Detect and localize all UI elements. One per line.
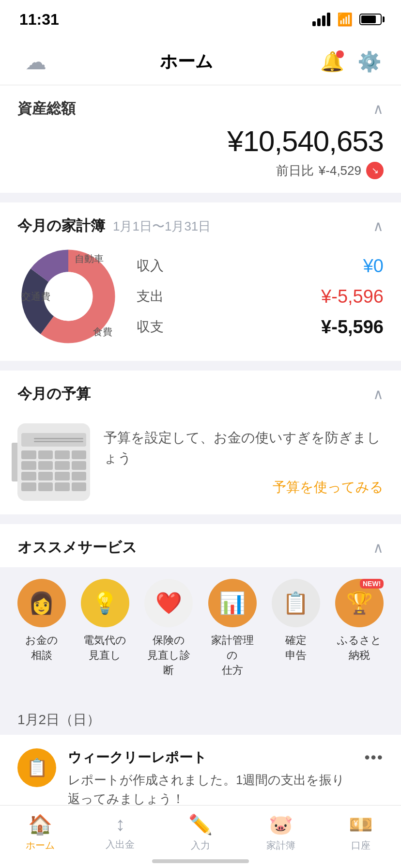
signal-icon xyxy=(312,13,330,26)
assets-change-amount: ¥-4,529 xyxy=(319,163,361,178)
change-down-icon: ↘ xyxy=(366,162,384,179)
battery-icon xyxy=(359,14,382,25)
page-title: ホーム xyxy=(160,50,213,74)
monthly-budget-header: 今月の予算 ∧ xyxy=(0,371,401,414)
nav-right-actions: 🔔 ⚙️ xyxy=(321,50,382,74)
budget-title-group: 今月の家計簿 1月1日〜1月31日 xyxy=(17,216,211,236)
assets-header: 資産総額 ∧ xyxy=(0,85,401,124)
service-icon-tax: 📋 xyxy=(272,579,320,627)
sync-button[interactable]: ☁ xyxy=(19,46,52,78)
expense-label: 支出 xyxy=(137,287,164,306)
household-budget-section: 今月の家計簿 1月1日〜1月31日 ∧ 食費 自動車 交通費 xyxy=(0,202,401,361)
balance-label: 収支 xyxy=(137,318,164,336)
nav-item-transactions[interactable]: ↕️ 入出金 xyxy=(80,813,161,851)
home-indicator xyxy=(152,859,249,863)
nav-bar: ☁ ホーム 🔔 ⚙️ xyxy=(0,39,401,85)
report-icon: 📋 xyxy=(17,748,56,787)
nav-kakeibo-label: 家計簿 xyxy=(266,839,295,852)
settings-button[interactable]: ⚙️ xyxy=(357,50,382,73)
service-label-household: 家計管理の仕方 xyxy=(206,633,259,678)
expense-amount: ¥-5,596 xyxy=(321,286,384,307)
services-collapse-icon[interactable]: ∧ xyxy=(373,539,384,556)
nav-item-account[interactable]: 💴 口座 xyxy=(321,813,401,852)
service-label-electric: 電気代の見直し xyxy=(83,633,126,663)
nav-transactions-label: 入出金 xyxy=(106,838,135,851)
assets-title: 資産総額 xyxy=(17,99,76,119)
input-icon: ✏️ xyxy=(188,813,213,836)
monthly-budget-section: 今月の予算 ∧ 予算を設定して、お金の使いすぎを防ぎましょう 予算を使ってみる xyxy=(0,371,401,514)
income-label: 収入 xyxy=(137,257,164,275)
income-row: 収入 ¥0 xyxy=(137,256,384,277)
chart-label-food: 食費 xyxy=(93,326,112,339)
budget-link[interactable]: 予算を使ってみる xyxy=(104,478,384,496)
financial-rows: 収入 ¥0 支出 ¥-5,596 収支 ¥-5,596 xyxy=(137,256,384,338)
budget-text-area: 予算を設定して、お金の使いすぎを防ぎましょう 予算を使ってみる xyxy=(104,428,384,496)
service-item-electric[interactable]: 💡 電気代の見直し xyxy=(78,579,132,678)
services-title: オススメサービス xyxy=(17,538,137,558)
status-time: 11:31 xyxy=(19,11,59,29)
svg-point-3 xyxy=(44,272,93,321)
nav-item-kakeibo[interactable]: 🐷 家計簿 xyxy=(241,813,321,852)
notification-badge xyxy=(336,50,344,58)
service-label-furusato: ふるさと納税 xyxy=(337,633,382,663)
budget-description: 予算を設定して、お金の使いすぎを防ぎましょう xyxy=(104,428,384,468)
new-badge: NEW! xyxy=(360,579,384,589)
nav-item-home[interactable]: 🏠 ホーム xyxy=(0,813,80,852)
balance-row: 収支 ¥-5,596 xyxy=(137,317,384,338)
transactions-icon: ↕️ xyxy=(115,813,125,835)
monthly-budget-title: 今月の予算 xyxy=(17,384,91,404)
notification-button[interactable]: 🔔 xyxy=(321,50,344,74)
budget-content: 食費 自動車 交通費 収入 ¥0 支出 ¥-5,596 収支 ¥-5,596 xyxy=(0,246,401,347)
service-label-insurance: 保険の見直し診断 xyxy=(142,633,195,678)
service-icon-insurance: ❤️ xyxy=(144,579,193,627)
service-icon-household: 📊 xyxy=(208,579,257,627)
bottom-nav: 🏠 ホーム ↕️ 入出金 ✏️ 入力 🐷 家計簿 💴 口座 xyxy=(0,805,401,868)
report-more-button[interactable]: ••• xyxy=(364,748,384,766)
budget-title: 今月の家計簿 xyxy=(17,216,105,236)
calculator-icon xyxy=(17,423,90,501)
service-icon-electric: 💡 xyxy=(81,579,129,627)
account-icon: 💴 xyxy=(349,813,373,836)
report-content: ウィークリーレポート レポートが作成されました。1週間の支出を振り返ってみましょ… xyxy=(68,748,353,808)
service-label-money-consult: お金の相談 xyxy=(25,633,58,663)
service-icon-furusato: 🏆 NEW! xyxy=(335,579,384,627)
date-label: 1月2日（日） xyxy=(17,712,100,727)
assets-change-label: 前日比 xyxy=(276,162,314,179)
report-title: ウィークリーレポート xyxy=(68,748,353,767)
chart-label-transport: 交通費 xyxy=(21,290,50,303)
chart-label-car: 自動車 xyxy=(75,252,104,265)
nav-home-label: ホーム xyxy=(26,839,55,852)
nav-input-label: 入力 xyxy=(191,839,210,852)
assets-collapse-icon[interactable]: ∧ xyxy=(373,100,384,117)
service-item-household[interactable]: 📊 家計管理の仕方 xyxy=(206,579,259,678)
balance-amount: ¥-5,596 xyxy=(321,317,384,338)
date-section: 1月2日（日） xyxy=(0,699,401,735)
expense-row: 支出 ¥-5,596 xyxy=(137,286,384,307)
status-icons: 📶 xyxy=(312,12,382,27)
wifi-icon: 📶 xyxy=(337,12,353,27)
recommended-services-section: オススメサービス ∧ 👩 お金の相談 💡 電気代の見直し ❤️ 保険の見直し診断… xyxy=(0,524,401,689)
nav-item-input[interactable]: ✏️ 入力 xyxy=(160,813,241,852)
services-header: オススメサービス ∧ xyxy=(0,524,401,567)
monthly-budget-collapse-icon[interactable]: ∧ xyxy=(373,386,384,403)
income-amount: ¥0 xyxy=(363,256,384,277)
home-icon: 🏠 xyxy=(28,813,52,836)
budget-collapse-icon[interactable]: ∧ xyxy=(373,217,384,234)
assets-change-container: 前日比 ¥-4,529 ↘ xyxy=(0,162,401,193)
assets-section: 資産総額 ∧ ¥10,540,653 前日比 ¥-4,529 ↘ xyxy=(0,85,401,193)
cloud-sync-icon: ☁ xyxy=(25,49,46,74)
service-item-money-consult[interactable]: 👩 お金の相談 xyxy=(15,579,68,678)
service-item-furusato[interactable]: 🏆 NEW! ふるさと納税 xyxy=(333,579,386,678)
budget-date-range: 1月1日〜1月31日 xyxy=(113,218,211,235)
service-item-tax[interactable]: 📋 確定申告 xyxy=(269,579,323,678)
service-icon-money-consult: 👩 xyxy=(17,579,66,627)
assets-amount-container: ¥10,540,653 xyxy=(0,124,401,162)
assets-main-amount: ¥10,540,653 xyxy=(17,124,384,158)
service-item-insurance[interactable]: ❤️ 保険の見直し診断 xyxy=(142,579,195,678)
status-bar: 11:31 📶 xyxy=(0,0,401,39)
services-grid: 👩 お金の相談 💡 電気代の見直し ❤️ 保険の見直し診断 📊 家計管理の仕方 … xyxy=(0,567,401,689)
budget-header: 今月の家計簿 1月1日〜1月31日 ∧ xyxy=(0,202,401,246)
nav-account-label: 口座 xyxy=(351,839,370,852)
report-description: レポートが作成されました。1週間の支出を振り返ってみましょう！ xyxy=(68,771,353,808)
service-label-tax: 確定申告 xyxy=(285,633,307,663)
